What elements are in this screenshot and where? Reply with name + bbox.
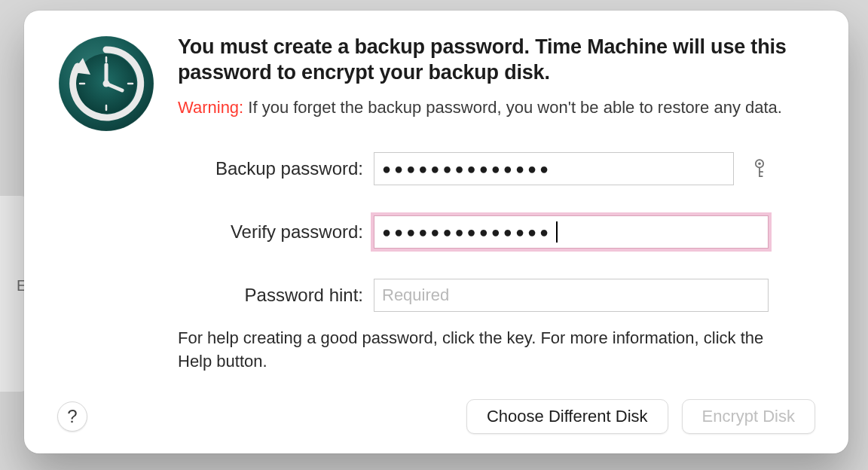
svg-point-9	[103, 81, 110, 87]
choose-different-disk-label: Choose Different Disk	[487, 407, 648, 426]
text-caret	[556, 221, 558, 243]
encrypt-disk-button[interactable]: Encrypt Disk	[682, 399, 815, 434]
password-hint-row: Password hint:	[178, 279, 815, 312]
svg-point-11	[758, 163, 761, 166]
password-hint-label: Password hint:	[178, 285, 374, 306]
password-hint-input[interactable]	[374, 279, 769, 312]
warning-text: If you forget the backup password, you w…	[243, 98, 782, 117]
dialog-title: You must create a backup password. Time …	[178, 35, 815, 86]
dialog-warning: Warning: If you forget the backup passwo…	[178, 96, 815, 119]
backup-password-row: Backup password:	[178, 152, 815, 185]
verify-password-row: Verify password:	[178, 215, 815, 249]
warning-label: Warning:	[178, 98, 243, 117]
backup-password-label: Backup password:	[178, 158, 374, 179]
key-icon	[752, 158, 767, 179]
backup-password-input[interactable]	[374, 152, 734, 185]
help-text: For help creating a good password, click…	[178, 327, 815, 374]
password-assistant-key-button[interactable]	[749, 156, 770, 182]
verify-password-input[interactable]	[374, 215, 769, 249]
backup-password-dialog: You must create a backup password. Time …	[24, 11, 848, 453]
help-button[interactable]: ?	[57, 401, 87, 432]
verify-password-label: Verify password:	[178, 221, 374, 243]
help-button-label: ?	[67, 406, 77, 427]
choose-different-disk-button[interactable]: Choose Different Disk	[466, 399, 668, 434]
time-machine-icon	[57, 35, 155, 133]
encrypt-disk-label: Encrypt Disk	[702, 407, 795, 426]
